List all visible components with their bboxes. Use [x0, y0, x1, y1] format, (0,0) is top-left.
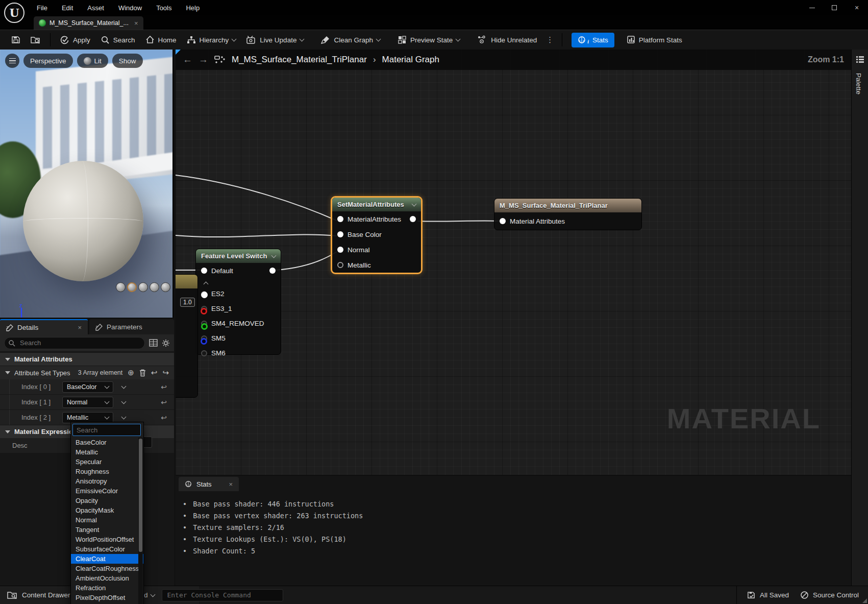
browse-to-asset-button[interactable] [26, 32, 46, 47]
tab-parameters[interactable]: Parameters [89, 319, 174, 334]
perspective-button[interactable]: Perspective [23, 54, 73, 68]
node-header[interactable]: SetMaterialAttributes [332, 198, 421, 211]
dropdown-item[interactable]: Roughness [71, 467, 143, 476]
dropdown-item-selected[interactable]: ClearCoat [71, 554, 143, 564]
index-2-expand-icon[interactable] [121, 414, 126, 419]
menu-edit[interactable]: Edit [57, 2, 78, 14]
index-0-reset-icon[interactable]: ↩ [161, 383, 167, 391]
preview-viewport[interactable]: Perspective Lit Show z x [0, 50, 174, 318]
input-pin-material-attributes[interactable] [337, 216, 343, 222]
dropdown-item[interactable]: Normal [71, 515, 143, 525]
node-collapse-icon[interactable] [271, 253, 277, 258]
hidden-node-pin-green[interactable] [201, 323, 208, 330]
menu-tools[interactable]: Tools [151, 2, 177, 14]
preview-mesh-sphere-button[interactable] [127, 282, 137, 292]
dropdown-item[interactable]: OpacityMask [71, 505, 143, 515]
index-1-combo[interactable]: Normal [62, 397, 113, 408]
home-button[interactable]: Home [140, 32, 182, 47]
row-attribute-set-types[interactable]: Attribute Set Types 3 Array element ⊕ ↩ … [0, 366, 174, 379]
dropdown-item[interactable]: Tangent [71, 525, 143, 535]
node-set-material-attributes[interactable]: SetMaterialAttributes MaterialAttributes… [331, 196, 423, 274]
output-pin-default[interactable] [269, 268, 276, 274]
preview-mesh-cylinder-button[interactable] [116, 282, 126, 292]
dropdown-item[interactable]: BaseColor [71, 438, 143, 447]
unreal-logo-icon[interactable]: U [4, 3, 24, 23]
node-feature-level-switch[interactable]: Feature Level Switch Default ES2 ES3_1 S… [195, 249, 281, 355]
maximize-button[interactable] [823, 0, 846, 15]
dropdown-item[interactable]: ClearCoatRoughness [71, 564, 143, 573]
preview-mesh-cube-button[interactable] [150, 282, 159, 292]
index-0-expand-icon[interactable] [121, 383, 126, 389]
preview-mesh-teapot-button[interactable] [161, 282, 170, 292]
show-button[interactable]: Show [112, 54, 143, 68]
dropdown-item[interactable]: Opacity [71, 496, 143, 505]
live-update-button[interactable]: Live Update [241, 32, 309, 47]
hierarchy-button[interactable]: Hierarchy [182, 32, 241, 47]
redo-icon[interactable]: ↪ [162, 368, 169, 377]
output-pin-material-attributes[interactable] [410, 216, 416, 222]
hidden-node-pin-white[interactable] [201, 292, 208, 298]
dropdown-item[interactable]: Metallic [71, 447, 143, 457]
dropdown-item[interactable]: SubsurfaceColor [71, 544, 143, 554]
node-hidden-fragment[interactable] [176, 274, 198, 398]
stats-panel-tab[interactable]: Stats × [179, 477, 239, 491]
menu-help[interactable]: Help [181, 2, 205, 14]
section-material-attributes[interactable]: Material Attributes [0, 353, 174, 366]
nav-forward-icon[interactable]: → [199, 54, 208, 65]
add-array-element-icon[interactable]: ⊕ [128, 368, 134, 377]
index-1-reset-icon[interactable]: ↩ [161, 398, 167, 406]
platform-stats-button[interactable]: Platform Stats [622, 32, 687, 47]
preview-state-button[interactable]: Preview State [392, 32, 465, 47]
dropdown-item[interactable]: Specular [71, 457, 143, 467]
details-search-input[interactable] [4, 337, 145, 349]
all-saved-button[interactable]: All Saved [747, 591, 789, 599]
input-pin-normal[interactable] [337, 247, 343, 253]
dropdown-search-input[interactable] [72, 424, 141, 436]
hidden-node-value-box[interactable]: 1.0 [180, 298, 195, 307]
settings-gear-icon[interactable] [162, 339, 170, 347]
scrollbar-thumb[interactable] [139, 439, 142, 552]
hide-unrelated-button[interactable]: Hide Unrelated [472, 32, 542, 47]
input-pin-material-attributes[interactable] [500, 218, 506, 224]
index-1-expand-icon[interactable] [121, 399, 126, 404]
node-header[interactable]: M_MS_Surface_Material_TriPlanar [494, 199, 641, 212]
dropdown-item[interactable]: Refraction [71, 583, 143, 593]
toolbar-overflow-kebab-icon[interactable]: ⋮ [542, 35, 558, 44]
input-pin-metallic[interactable] [337, 262, 343, 268]
index-0-combo[interactable]: BaseColor [62, 381, 113, 393]
dropdown-item[interactable]: WorldPositionOffset [71, 535, 143, 544]
dropdown-item[interactable]: AmbientOcclusion [71, 573, 143, 583]
viewport-menu-button[interactable] [5, 54, 19, 68]
menu-file[interactable]: File [32, 2, 53, 14]
apply-button[interactable]: Apply [55, 32, 95, 48]
palette-sidebar-tab[interactable]: Palette [851, 50, 868, 586]
clean-graph-button[interactable]: Clean Graph [316, 32, 385, 47]
preview-sphere-mesh[interactable] [23, 161, 143, 281]
breadcrumb-asset-name[interactable]: M_MS_Surface_Material_TriPlanar [232, 55, 367, 65]
console-command-input[interactable] [162, 589, 283, 601]
delete-array-icon[interactable] [139, 369, 146, 377]
hidden-node-pin-blue[interactable] [201, 338, 207, 345]
dropdown-item[interactable]: EmissiveColor [71, 486, 143, 496]
save-button[interactable] [6, 32, 26, 47]
lit-mode-button[interactable]: Lit [77, 54, 108, 68]
dropdown-item[interactable]: Anisotropy [71, 476, 143, 486]
asset-tab-close-icon[interactable]: × [134, 19, 138, 27]
dropdown-scrollbar[interactable] [138, 438, 143, 604]
nav-back-icon[interactable]: ← [183, 54, 192, 65]
undo-icon[interactable]: ↩ [151, 368, 158, 377]
display-filter-icon[interactable] [149, 339, 158, 347]
source-control-button[interactable]: Source Control [800, 591, 859, 599]
node-header[interactable]: Feature Level Switch [196, 249, 281, 263]
index-2-reset-icon[interactable]: ↩ [161, 414, 167, 422]
breadcrumb-graph-name[interactable]: Material Graph [382, 55, 439, 65]
stats-toggle-button[interactable]: i Stats [572, 33, 614, 47]
stats-tab-close-icon[interactable]: × [229, 480, 233, 488]
node-material-output[interactable]: M_MS_Surface_Material_TriPlanar Material… [494, 198, 642, 230]
search-button[interactable]: Search [95, 32, 140, 47]
node-collapse-icon[interactable] [412, 201, 417, 206]
node-header[interactable] [176, 275, 197, 288]
menu-window[interactable]: Window [113, 2, 147, 14]
input-pin-base-color[interactable] [337, 231, 343, 237]
asset-tab[interactable]: M_MS_Surface_Material_... × [34, 16, 143, 30]
